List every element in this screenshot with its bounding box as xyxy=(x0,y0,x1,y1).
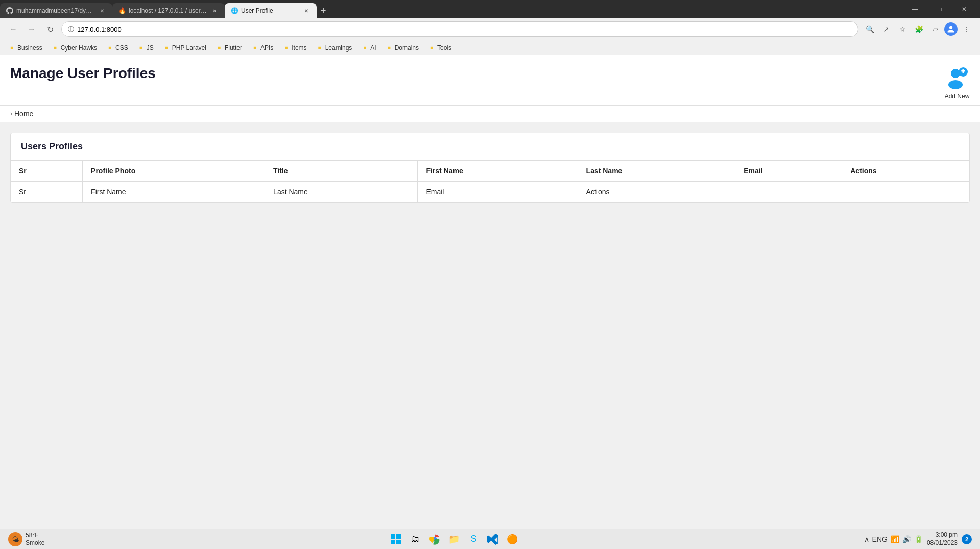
search-icon[interactable]: 🔍 xyxy=(863,22,877,36)
svg-point-1 xyxy=(948,80,963,89)
tab3-close[interactable]: ✕ xyxy=(302,7,310,15)
share-icon[interactable]: ↗ xyxy=(879,22,893,36)
svg-rect-4 xyxy=(963,69,964,73)
bookmark-phplaravel[interactable]: ■ PHP Laravel xyxy=(159,43,210,53)
bookmark-js-label: JS xyxy=(147,44,154,52)
minimize-button[interactable]: — xyxy=(903,2,927,17)
col-profile-photo: Profile Photo xyxy=(83,161,265,182)
tabs-container: muhammadmubeen17/dynamic... ✕ 🔥 localhos… xyxy=(0,0,903,18)
bookmark-domains[interactable]: ■ Domains xyxy=(381,43,423,53)
users-table: Sr Profile Photo Title First Name Last N… xyxy=(11,161,969,202)
tab2-title: localhost / 127.0.0.1 / user_profil... xyxy=(129,7,207,14)
extensions-icon[interactable]: 🧩 xyxy=(912,22,926,36)
bookmark-learnings-icon: ■ xyxy=(316,44,323,52)
browser-chrome: muhammadmubeen17/dynamic... ✕ 🔥 localhos… xyxy=(0,0,980,55)
bookmark-js[interactable]: ■ JS xyxy=(133,43,158,53)
window-controls: — □ ✕ xyxy=(903,2,980,17)
cell-last-name: Actions xyxy=(578,182,735,203)
tab1-title: muhammadmubeen17/dynamic... xyxy=(16,7,95,14)
col-actions: Actions xyxy=(842,161,969,182)
table-header-row: Sr Profile Photo Title First Name Last N… xyxy=(11,161,969,182)
cell-sr: Sr xyxy=(11,182,83,203)
close-button[interactable]: ✕ xyxy=(952,2,976,17)
svg-point-0 xyxy=(951,69,960,78)
bookmark-domains-label: Domains xyxy=(395,44,419,52)
bookmark-tools-icon: ■ xyxy=(428,44,435,52)
tab2-close[interactable]: ✕ xyxy=(210,7,219,15)
bookmark-ai[interactable]: ■ AI xyxy=(357,43,380,53)
table-section-title: Users Profiles xyxy=(11,133,969,161)
tab-user-profile[interactable]: 🌐 User Profile ✕ xyxy=(225,3,317,18)
bookmark-items-label: Items xyxy=(292,44,306,52)
menu-icon[interactable]: ⋮ xyxy=(960,22,974,36)
bookmark-star-icon[interactable]: ☆ xyxy=(895,22,910,36)
page-header: Manage User Profiles Add New xyxy=(0,55,980,106)
refresh-button[interactable]: ↻ xyxy=(43,22,57,36)
page-title: Manage User Profiles xyxy=(10,65,156,82)
forward-button[interactable]: → xyxy=(25,22,39,36)
bookmark-items[interactable]: ■ Items xyxy=(278,43,310,53)
col-sr: Sr xyxy=(11,161,83,182)
globe-favicon: 🌐 xyxy=(231,7,238,14)
add-user-icon xyxy=(944,65,970,91)
breadcrumb-arrow: › xyxy=(10,110,12,117)
lock-icon: ⓘ xyxy=(68,25,74,34)
breadcrumb-home[interactable]: Home xyxy=(14,110,33,118)
col-email: Email xyxy=(735,161,842,182)
maximize-button[interactable]: □ xyxy=(928,2,951,17)
page-content: Manage User Profiles Add New › Home User… xyxy=(0,55,980,529)
bookmark-ai-icon: ■ xyxy=(361,44,368,52)
bookmark-js-icon: ■ xyxy=(137,44,145,52)
bookmark-cyberhawks[interactable]: ■ Cyber Hawks xyxy=(47,43,101,53)
bookmark-phplaravel-icon: ■ xyxy=(163,44,170,52)
bookmark-apis-label: APIs xyxy=(260,44,273,52)
tab-localhost[interactable]: 🔥 localhost / 127.0.0.1 / user_profil...… xyxy=(112,3,225,18)
bookmark-learnings[interactable]: ■ Learnings xyxy=(312,43,356,53)
bookmark-css-label: CSS xyxy=(115,44,128,52)
bookmark-flutter[interactable]: ■ Flutter xyxy=(211,43,246,53)
tab3-title: User Profile xyxy=(241,7,299,14)
bookmark-phplaravel-label: PHP Laravel xyxy=(172,44,206,52)
github-favicon xyxy=(6,7,13,14)
cell-email xyxy=(735,182,842,203)
add-new-button[interactable]: Add New xyxy=(944,65,970,100)
breadcrumb: › Home xyxy=(0,106,980,122)
bookmark-tools-label: Tools xyxy=(437,44,451,52)
bookmark-ai-label: AI xyxy=(370,44,376,52)
sidebar-icon[interactable]: ▱ xyxy=(928,22,942,36)
bookmark-flutter-label: Flutter xyxy=(225,44,242,52)
tab-github[interactable]: muhammadmubeen17/dynamic... ✕ xyxy=(0,3,112,18)
cell-actions xyxy=(842,182,969,203)
bookmark-business[interactable]: ■ Business xyxy=(4,43,46,53)
tab1-close[interactable]: ✕ xyxy=(98,7,106,15)
back-button[interactable]: ← xyxy=(6,22,20,36)
bookmark-cyberhawks-label: Cyber Hawks xyxy=(61,44,97,52)
bookmark-learnings-label: Learnings xyxy=(325,44,352,52)
profile-avatar[interactable] xyxy=(944,22,958,36)
bookmark-css[interactable]: ■ CSS xyxy=(102,43,132,53)
bookmark-apis[interactable]: ■ APIs xyxy=(247,43,277,53)
bookmark-items-icon: ■ xyxy=(282,44,290,52)
flame-favicon: 🔥 xyxy=(118,7,126,14)
address-input-wrap[interactable]: ⓘ xyxy=(61,21,858,37)
col-title: Title xyxy=(265,161,418,182)
col-first-name: First Name xyxy=(418,161,578,182)
bookmark-business-label: Business xyxy=(17,44,42,52)
bookmark-domains-icon: ■ xyxy=(386,44,393,52)
bookmark-business-icon: ■ xyxy=(8,44,15,52)
cell-title: Last Name xyxy=(265,182,418,203)
new-tab-button[interactable]: + xyxy=(317,3,330,18)
address-input[interactable] xyxy=(77,26,852,33)
bookmark-apis-icon: ■ xyxy=(251,44,258,52)
col-last-name: Last Name xyxy=(578,161,735,182)
cell-first-name: Email xyxy=(418,182,578,203)
address-bar: ← → ↻ ⓘ 🔍 ↗ ☆ 🧩 ▱ ⋮ xyxy=(0,18,980,40)
bookmark-css-icon: ■ xyxy=(106,44,113,52)
cell-profile-photo: First Name xyxy=(83,182,265,203)
bookmark-flutter-icon: ■ xyxy=(216,44,223,52)
table-row: Sr First Name Last Name Email Actions xyxy=(11,182,969,203)
toolbar-icons: 🔍 ↗ ☆ 🧩 ▱ ⋮ xyxy=(863,22,974,36)
add-new-label: Add New xyxy=(945,93,970,100)
bookmark-tools[interactable]: ■ Tools xyxy=(424,43,456,53)
bookmark-cyberhawks-icon: ■ xyxy=(52,44,59,52)
